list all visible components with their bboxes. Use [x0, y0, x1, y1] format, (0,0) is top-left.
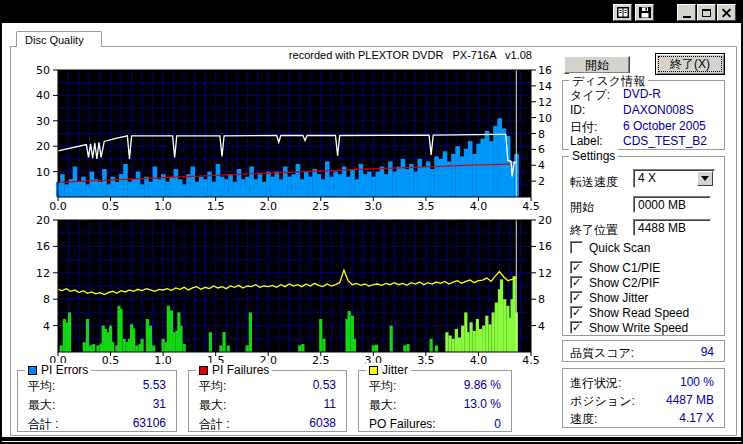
checkbox-show-c1-pie-label: Show C1/PIE — [589, 261, 660, 275]
end-position-value: 4488 MB — [638, 221, 686, 235]
svg-text:4: 4 — [538, 159, 545, 172]
save-icon-button[interactable] — [635, 4, 654, 21]
disc-type-label: タイプ: — [570, 87, 610, 104]
close-button[interactable] — [717, 4, 736, 21]
svg-text:12: 12 — [538, 96, 552, 109]
start-button[interactable]: 開始 — [564, 56, 630, 74]
progress-label: 進行状況: — [570, 375, 621, 392]
settings-group: Settings 転送速度 4 X 開始 0000 MB 終了位置 4488 M… — [562, 156, 725, 336]
close-icon — [721, 8, 732, 17]
disc-date-value: 6 October 2005 — [623, 119, 706, 133]
maximize-button[interactable] — [697, 4, 716, 21]
quality-score-label: 品質スコア: — [570, 345, 634, 362]
svg-text:50: 50 — [36, 64, 50, 77]
pi-errors-max-label: 最大: — [28, 397, 55, 414]
end-position-input[interactable]: 4488 MB — [633, 219, 711, 236]
pi-errors-avg-value: 5.53 — [143, 378, 166, 392]
svg-text:10: 10 — [36, 166, 50, 179]
exit-button[interactable]: 終了(X) — [655, 53, 725, 75]
checkbox-show-write-speed[interactable]: ✓ — [570, 321, 583, 334]
svg-text:4.5: 4.5 — [522, 200, 540, 213]
disc-label-value: CDS_TEST_B2 — [623, 134, 707, 148]
disc-id-label: ID: — [570, 103, 585, 117]
svg-text:16: 16 — [36, 240, 50, 253]
results-book-icon-button[interactable] — [613, 4, 632, 21]
tab-disc-quality[interactable]: Disc Quality — [16, 31, 102, 47]
svg-text:4.0: 4.0 — [470, 354, 488, 367]
transfer-speed-combobox[interactable]: 4 X — [633, 169, 715, 188]
svg-text:16: 16 — [538, 240, 552, 253]
svg-text:10: 10 — [538, 112, 552, 125]
jitter-stats-box: Jitter 平均: 9.86 % 最大: 13.0 % PO Failures… — [358, 370, 512, 432]
pi-failures-avg-value: 0.53 — [313, 378, 336, 392]
app-window: CD Speed : Disc Quality Test - BENQ DVD … — [0, 0, 743, 444]
jitter-avg-label: 平均: — [369, 378, 396, 395]
svg-text:8: 8 — [538, 293, 545, 306]
quality-score-box: 品質スコア: 94 — [562, 340, 725, 362]
po-failures-value: 0 — [494, 417, 501, 431]
settings-legend: Settings — [569, 149, 618, 163]
pi-failures-marker-icon — [199, 366, 208, 375]
checkbox-show-jitter[interactable]: ✓ — [570, 291, 583, 304]
checkbox-show-c2-pif-label: Show C2/PIF — [589, 276, 660, 290]
pi-failures-total-label: 合計 : — [199, 416, 230, 433]
disc-id-value: DAXON008S — [623, 103, 694, 117]
jitter-max-label: 最大: — [369, 397, 396, 414]
checkbox-show-c1-pie[interactable]: ✓ — [570, 261, 583, 274]
svg-text:12: 12 — [36, 267, 50, 280]
svg-text:8: 8 — [43, 293, 50, 306]
svg-text:0.5: 0.5 — [102, 200, 120, 213]
checkbox-show-read-speed[interactable]: ✓ — [570, 306, 583, 319]
transfer-speed-label: 転送速度 — [570, 174, 618, 191]
checkbox-show-jitter-label: Show Jitter — [589, 291, 648, 305]
svg-text:2: 2 — [538, 175, 545, 188]
svg-text:20: 20 — [36, 140, 50, 153]
svg-text:0.0: 0.0 — [49, 200, 67, 213]
maximize-icon — [702, 9, 711, 17]
svg-text:1.0: 1.0 — [154, 354, 172, 367]
svg-text:12: 12 — [538, 267, 552, 280]
svg-text:20: 20 — [36, 214, 50, 227]
po-failures-label: PO Failures: — [369, 417, 436, 431]
checkbox-show-write-speed-label: Show Write Speed — [589, 321, 688, 335]
progress-value: 100 % — [680, 375, 714, 389]
tab-label: Disc Quality — [25, 34, 84, 46]
svg-text:4: 4 — [43, 320, 50, 333]
minimize-icon — [683, 16, 691, 18]
pi-errors-stats-box: PI Errors 平均: 5.53 最大: 31 合計 : 63106 — [17, 370, 177, 432]
minimize-button[interactable] — [677, 4, 696, 21]
start-position-label: 開始 — [570, 199, 594, 216]
start-button-label: 開始 — [585, 58, 609, 72]
transfer-speed-value: 4 X — [638, 171, 656, 185]
checkbox-quick-scan[interactable] — [570, 241, 583, 254]
svg-text:16: 16 — [538, 64, 552, 77]
svg-text:2.5: 2.5 — [312, 354, 330, 367]
exit-button-label: 終了(X) — [670, 57, 710, 71]
quality-score-value: 94 — [701, 345, 714, 359]
window-bottom-frame — [2, 437, 741, 441]
checkbox-quick-scan-label: Quick Scan — [589, 241, 650, 255]
svg-text:8: 8 — [538, 128, 545, 141]
floppy-disk-icon — [639, 7, 651, 18]
svg-text:3.5: 3.5 — [417, 200, 435, 213]
disc-type-value: DVD-R — [623, 87, 661, 101]
chevron-down-icon — [701, 176, 709, 181]
combobox-dropdown-button[interactable] — [697, 171, 713, 186]
checkbox-show-c2-pif[interactable]: ✓ — [570, 276, 583, 289]
svg-text:1.0: 1.0 — [154, 200, 172, 213]
book-icon — [617, 7, 629, 18]
svg-text:2.0: 2.0 — [259, 200, 277, 213]
svg-text:30: 30 — [36, 115, 50, 128]
speed-label: 速度: — [570, 411, 597, 428]
svg-text:6: 6 — [538, 143, 545, 156]
pi-failures-total-value: 6038 — [309, 416, 336, 430]
start-position-value: 0000 MB — [638, 198, 686, 212]
checkbox-show-read-speed-label: Show Read Speed — [589, 306, 689, 320]
svg-text:0.5: 0.5 — [102, 354, 120, 367]
pi-failures-stats-box: PI Failures 平均: 0.53 最大: 11 合計 : 6038 — [188, 370, 347, 432]
pi-errors-total-value: 63106 — [133, 416, 166, 430]
pi-failures-max-value: 11 — [324, 397, 336, 411]
start-position-input[interactable]: 0000 MB — [633, 196, 711, 213]
pi-failures-max-label: 最大: — [199, 397, 226, 414]
svg-text:4.0: 4.0 — [470, 200, 488, 213]
